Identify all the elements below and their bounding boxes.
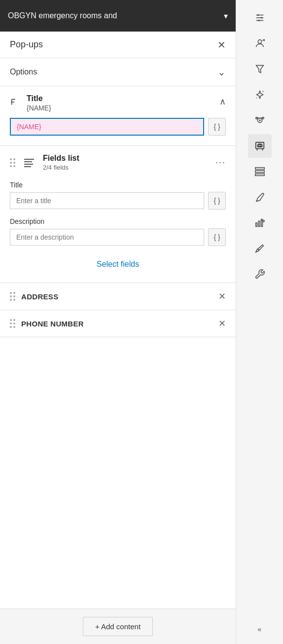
title-input[interactable] [10, 118, 204, 136]
svg-rect-37 [258, 221, 260, 226]
field-item-name: PHONE NUMBER [21, 320, 212, 328]
svg-point-20 [259, 119, 261, 121]
select-fields-button[interactable]: Select fields [10, 254, 226, 275]
title-field-label: Title [10, 181, 226, 189]
header-chevron-icon: ▾ [224, 11, 228, 21]
person-icon[interactable] [248, 32, 272, 55]
edit-style-icon[interactable] [248, 185, 272, 209]
header-title: OBGYN emergency rooms and [8, 11, 117, 20]
title-block: Title {NAME} ∧ { } [0, 86, 236, 146]
description-field-expr-button[interactable]: { } [208, 228, 226, 246]
fields-list-icon [21, 155, 37, 171]
svg-point-35 [256, 200, 257, 202]
svg-point-10 [257, 14, 259, 16]
svg-rect-34 [255, 174, 264, 176]
svg-point-39 [262, 220, 264, 222]
options-chevron-icon: ⌄ [217, 66, 226, 78]
svg-rect-29 [257, 144, 262, 147]
fields-list-title: Fields list [43, 154, 210, 163]
add-content-button[interactable]: + Add content [83, 617, 153, 636]
remove-phone-button[interactable]: ✕ [218, 319, 226, 328]
svg-rect-25 [255, 143, 264, 149]
add-content-bar: + Add content [0, 608, 236, 644]
fields-list-subtitle: 2/4 fields [43, 164, 210, 171]
field-items-list: ADDRESS ✕ PHONE NUMBER ✕ [0, 283, 236, 337]
svg-rect-33 [255, 171, 264, 173]
svg-point-13 [258, 40, 261, 43]
popup-config-icon[interactable] [248, 134, 272, 158]
title-field-expr-button[interactable]: { } [208, 192, 226, 210]
popups-header: Pop-ups ✕ [0, 32, 236, 58]
chart-settings-icon[interactable] [248, 211, 272, 235]
fields-list-section: Fields list 2/4 fields ··· Title { } Des… [0, 146, 236, 283]
fields-list-info: Fields list 2/4 fields [43, 154, 210, 171]
svg-rect-32 [255, 168, 264, 170]
title-label: Title [27, 94, 51, 103]
filter-icon[interactable] [248, 57, 272, 81]
svg-point-18 [256, 98, 257, 99]
sidebar: « [236, 0, 283, 644]
address-drag-handle[interactable] [10, 292, 15, 301]
options-label: Options [10, 68, 37, 76]
options-row[interactable]: Options ⌄ [0, 58, 236, 86]
field-item-phone: PHONE NUMBER ✕ [0, 310, 236, 337]
title-field-input[interactable] [10, 192, 204, 209]
svg-point-12 [258, 20, 260, 22]
title-expr-button[interactable]: { } [208, 118, 226, 136]
list-view-icon[interactable] [248, 160, 272, 183]
collapse-sidebar-button[interactable]: « [248, 620, 272, 638]
title-type-icon [10, 97, 21, 110]
settings-sliders-icon[interactable] [248, 6, 272, 30]
svg-point-11 [260, 17, 262, 19]
svg-point-17 [262, 91, 263, 92]
close-popups-button[interactable]: ✕ [217, 40, 226, 50]
description-field-label: Description [10, 217, 226, 225]
svg-rect-36 [255, 223, 257, 226]
phone-drag-handle[interactable] [10, 319, 15, 328]
remove-address-button[interactable]: ✕ [218, 292, 226, 301]
title-collapse-icon[interactable]: ∧ [219, 96, 226, 107]
fields-list-description-field: Description { } [10, 217, 226, 246]
description-field-input[interactable] [10, 229, 204, 246]
layer-header[interactable]: OBGYN emergency rooms and ▾ [0, 0, 236, 32]
drag-handle[interactable] [10, 158, 15, 167]
field-item-address: ADDRESS ✕ [0, 283, 236, 310]
fields-list-more-button[interactable]: ··· [215, 157, 226, 168]
svg-marker-16 [256, 66, 263, 73]
wrench-icon[interactable] [248, 262, 272, 286]
field-item-name: ADDRESS [21, 292, 212, 301]
annotation-icon[interactable] [248, 237, 272, 260]
sparkle-icon[interactable] [248, 83, 272, 107]
cluster-icon[interactable] [248, 108, 272, 132]
popups-label: Pop-ups [10, 39, 43, 50]
fields-list-title-field: Title { } [10, 181, 226, 210]
title-field-ref: {NAME} [27, 104, 51, 112]
